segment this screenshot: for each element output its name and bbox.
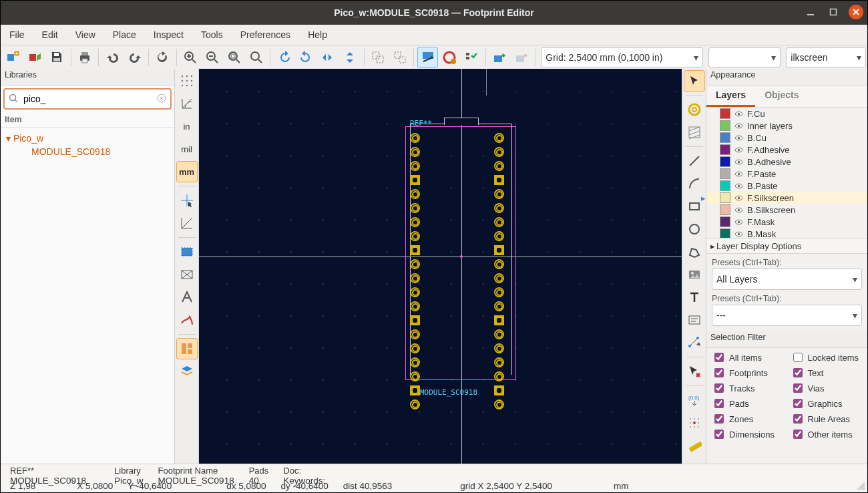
pad[interactable] [410,161,420,171]
editor-canvas[interactable]: REF** MODULE_SC0918 [199,69,682,464]
menu-edit[interactable]: Edit [33,25,67,45]
pad[interactable] [494,259,504,269]
pad[interactable] [494,385,504,395]
tab-layers[interactable]: Layers [706,86,755,107]
filter-rule-areas[interactable]: Rule Areas [791,412,863,426]
layer-swatch[interactable] [720,204,730,215]
layer-swatch[interactable] [720,216,730,227]
pad[interactable] [494,133,504,143]
mils-button[interactable]: mil [176,138,198,160]
menu-preferences[interactable]: Preferences [232,25,299,45]
show-grid-button[interactable] [176,70,198,92]
pad[interactable] [494,231,504,241]
filter-text[interactable]: Text [791,366,863,379]
pad[interactable] [410,189,420,199]
pad[interactable] [410,385,420,395]
filter-all-items[interactable]: All items [712,351,784,364]
footprint-props-button[interactable] [439,47,460,68]
add-zone-tool[interactable] [684,122,705,143]
add-footprint-button[interactable] [25,47,45,68]
layer-row[interactable]: F.Adhesive [706,144,867,156]
pad-settings-button[interactable] [417,47,438,68]
constrain-45-button[interactable] [176,212,198,234]
pad[interactable] [494,329,504,339]
layer-row[interactable]: F.Paste [706,168,867,180]
zoom-out-button[interactable] [202,47,223,68]
pad[interactable] [494,203,504,213]
layer-swatch[interactable] [720,156,730,167]
pad[interactable] [410,273,420,283]
menu-help[interactable]: Help [299,25,336,45]
pad[interactable] [494,273,504,283]
rotate-cw-button[interactable] [296,47,316,68]
add-arc-tool[interactable] [684,173,705,194]
grid-combo[interactable]: Grid: 2,5400 mm (0,1000 in)▾ [541,47,703,67]
layer-swatch[interactable] [720,144,730,155]
window-minimize-button[interactable] [803,5,818,19]
group-button[interactable] [367,47,388,68]
pad[interactable] [410,217,420,227]
pad[interactable] [410,315,420,325]
pad[interactable] [410,133,420,143]
undo-button[interactable] [102,47,123,68]
pad[interactable] [410,329,420,339]
pad[interactable] [410,371,420,381]
pad[interactable] [494,147,504,157]
cursor-shape-button[interactable] [176,190,198,211]
resize-grip-icon[interactable] [854,479,865,490]
layers-list[interactable]: F.CuInner layersB.CuF.AdhesiveB.Adhesive… [706,108,867,238]
add-text-tool[interactable] [684,287,705,308]
refresh-button[interactable] [152,47,173,68]
pad[interactable] [410,301,420,311]
zoom-selection-button[interactable] [246,47,266,68]
presets-combo-2[interactable]: ---▾ [712,305,862,326]
filter-zones[interactable]: Zones [712,412,784,426]
zoom-in-button[interactable] [180,47,201,68]
menu-tools[interactable]: Tools [192,25,232,45]
inches-button[interactable]: in [176,116,198,137]
layer-row[interactable]: F.Mask [706,216,867,228]
mm-button[interactable]: mm [176,161,198,182]
filter-footprints[interactable]: Footprints [712,366,784,379]
layer-swatch[interactable] [720,180,730,191]
high-contrast-button[interactable] [176,241,198,263]
rotate-ccw-button[interactable] [274,47,294,68]
tree-root[interactable]: ▾ Pico_w [3,132,172,145]
library-search-input[interactable] [22,93,153,105]
layer-row[interactable]: F.Silkscreen [706,192,867,204]
pad[interactable] [494,217,504,227]
text-outline-button[interactable] [176,287,198,308]
tree-child[interactable]: MODULE_SC0918 [3,145,172,158]
mirror-v-button[interactable] [340,47,361,68]
add-poly-tool[interactable] [684,241,705,263]
layer-display-options[interactable]: ▸ Layer Display Options [706,238,867,254]
delete-tool[interactable] [684,361,705,382]
add-circle-tool[interactable] [684,218,705,240]
add-pad-tool[interactable] [684,99,705,120]
pad[interactable] [410,399,420,409]
menu-place[interactable]: Place [104,25,145,45]
tab-objects[interactable]: Objects [755,86,808,107]
pad[interactable] [410,343,420,353]
add-dimension-tool[interactable] [684,332,705,353]
select-tool[interactable] [684,70,705,92]
pad[interactable] [494,287,504,297]
filter-graphics[interactable]: Graphics [791,397,863,410]
pad[interactable] [410,245,420,255]
set-anchor-tool[interactable]: (0,0) [684,389,705,411]
layer-row[interactable]: B.Cu [706,132,867,144]
filter-pads[interactable]: Pads [712,397,784,410]
new-footprint-button[interactable] [3,47,23,68]
pad[interactable] [494,343,504,353]
pad-fill-button[interactable] [176,264,198,285]
pad[interactable] [410,203,420,213]
pad[interactable] [494,357,504,367]
layer-row[interactable]: B.Paste [706,180,867,192]
add-textbox-tool[interactable] [684,309,705,331]
pad[interactable] [494,315,504,325]
menu-file[interactable]: File [1,25,33,45]
layer-row[interactable]: B.Silkscreen [706,204,867,216]
pad[interactable] [410,231,420,241]
pad[interactable] [494,189,504,199]
layer-row[interactable]: Inner layers [706,120,867,132]
